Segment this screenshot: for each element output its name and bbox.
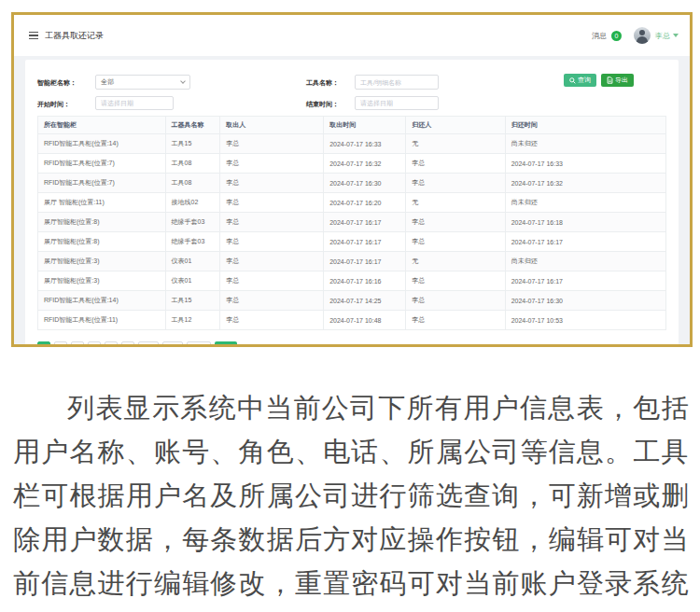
cell-return-time: 尚未归还 [505,134,665,154]
cell-returner: 无 [406,193,505,213]
page-title: 工器具取还记录 [45,30,104,42]
export-button[interactable]: 导出 [601,74,634,87]
cell-taker: 李总 [220,174,324,193]
page-button[interactable]: 1 [37,341,50,347]
cell-cabinet: RFID智能工具柜(位置:11) [38,311,166,330]
cell-cabinet: 展厅智能柜(位置:8) [38,232,166,252]
last-page-button[interactable]: 末页 [138,341,159,347]
table-row[interactable]: RFID智能工具柜(位置:14) 工具15 李总 2024-07-17 16:3… [38,134,666,154]
cell-cabinet: 展厅智能柜(位置:3) [38,271,166,291]
cell-returner: 李总 [406,213,505,232]
page-buttons: 12345... [37,341,134,347]
next-page-button[interactable]: 下页 [162,341,183,347]
cell-returner: 无 [406,252,505,271]
cell-returner: 李总 [406,271,505,291]
cell-tool-name: 仪表01 [165,271,220,291]
cell-tool-name: 工具15 [165,291,220,311]
cell-take-time: 2024-07-17 16:17 [324,252,406,271]
cell-taker: 李总 [220,291,324,311]
cell-tool-name: 绝缘手套03 [165,232,220,252]
cell-return-time: 2024-07-17 16:17 [505,232,665,252]
column-header: 归还时间 [505,117,665,134]
cabinet-select-value: 全部 [101,77,181,87]
cell-take-time: 2024-07-17 16:20 [324,193,406,213]
column-header: 取出时间 [324,117,406,134]
user-name: 李总 [655,31,670,41]
end-date-input[interactable] [360,100,433,106]
column-header: 取出人 [220,117,324,134]
tool-name-label: 工具名称： [306,78,339,88]
chevron-down-icon [180,78,186,84]
cabinet-select[interactable]: 全部 [95,75,190,90]
cell-returner: 李总 [406,232,505,252]
description-paragraph: 列表显示系统中当前公司下所有用户信息表，包括用户名称、账号、角色、电话、所属公司… [13,386,689,612]
tool-name-input[interactable] [360,79,433,86]
avatar[interactable] [634,27,651,44]
cell-tool-name: 工具15 [165,134,220,154]
cell-taker: 李总 [220,252,324,271]
page-button[interactable]: ... [121,341,134,347]
cell-return-time: 2024-07-17 16:30 [505,291,665,311]
pagination: 12345... 末页 下页 跳转 [37,341,666,347]
cell-take-time: 2024-07-17 10:48 [324,311,406,330]
cell-cabinet: RFID智能工具柜(位置:14) [38,134,166,154]
cell-returner: 李总 [406,174,505,193]
cell-return-time: 2024-07-17 16:18 [505,213,665,232]
table-row[interactable]: 展厅智能柜(位置:3) 仪表01 李总 2024-07-17 16:16 李总 … [38,271,666,291]
table-row[interactable]: RFID智能工具柜(位置:11) 工具12 李总 2024-07-17 10:4… [38,311,666,330]
topbar-right: 消息 0 李总 [592,27,679,44]
cell-tool-name: 工具12 [165,311,220,330]
start-date-input[interactable] [101,100,168,106]
cell-cabinet: 展厅智能柜(位置:3) [38,252,166,271]
page-button[interactable]: 2 [54,341,67,347]
cell-take-time: 2024-07-17 16:17 [324,213,406,232]
cell-cabinet: 展厅智能柜(位置:8) [38,213,166,232]
menu-icon[interactable] [29,32,38,40]
content-card: 智能柜名称： 全部 开始时间： 工具名称： 结束时间： [25,60,679,347]
cell-return-time: 尚未归还 [505,252,665,271]
cell-taker: 李总 [220,213,324,232]
page-button[interactable]: 3 [71,341,84,347]
export-file-icon [607,76,613,84]
table-row[interactable]: RFID智能工具柜(位置:7) 工具08 李总 2024-07-17 16:30… [38,174,666,193]
records-table: 所在智能柜工器具名称取出人取出时间归还人归还时间 RFID智能工具柜(位置:14… [37,116,666,330]
cell-return-time: 2024-07-17 16:33 [505,154,665,174]
table-row[interactable]: 展厅智能柜(位置:3) 仪表01 李总 2024-07-17 16:17 无 尚… [38,252,666,271]
column-header: 归还人 [406,117,505,134]
page-button[interactable]: 4 [88,341,101,347]
cell-take-time: 2024-07-17 16:17 [324,232,406,252]
cell-taker: 李总 [220,154,324,174]
cell-taker: 李总 [220,193,324,213]
topbar-left: 工器具取还记录 [29,30,104,42]
cell-returner: 李总 [406,311,505,330]
table-row[interactable]: RFID智能工具柜(位置:14) 工具15 李总 2024-07-17 14:2… [38,291,666,311]
table-row[interactable]: 展厅智能柜(位置:8) 绝缘手套03 李总 2024-07-17 16:17 李… [38,213,666,232]
table-row[interactable]: 展厅 智能柜(位置:11) 接地线02 李总 2024-07-17 16:20 … [38,193,666,213]
table-row[interactable]: 展厅智能柜(位置:8) 绝缘手套03 李总 2024-07-17 16:17 李… [38,232,666,252]
tool-name-field[interactable] [355,75,439,90]
page-button[interactable]: 5 [105,341,118,347]
search-button-label: 查询 [578,76,591,85]
app-body: 智能柜名称： 全部 开始时间： 工具名称： 结束时间： [14,56,690,347]
cell-returner: 无 [406,134,505,154]
table-row[interactable]: RFID智能工具柜(位置:7) 工具08 李总 2024-07-17 16:32… [38,154,666,174]
filter-buttons: 查询 导出 [564,74,634,87]
cell-return-time: 2024-07-17 10:53 [505,311,665,330]
cell-taker: 李总 [220,271,324,291]
cell-cabinet: RFID智能工具柜(位置:7) [38,174,166,193]
jump-button[interactable]: 跳转 [215,341,237,347]
jump-page-input[interactable] [187,341,211,347]
message-count-badge: 0 [611,31,622,41]
start-date-field[interactable] [95,96,174,110]
user-menu[interactable]: 李总 [655,31,679,41]
avatar-head-shape [639,30,645,35]
cell-return-time: 尚未归还 [505,193,665,213]
cell-cabinet: 展厅 智能柜(位置:11) [38,193,166,213]
end-date-field[interactable] [355,96,439,110]
search-button[interactable]: 查询 [564,74,596,87]
cell-taker: 李总 [220,311,324,330]
avatar-body-shape [637,36,648,44]
messages-link[interactable]: 消息 [592,31,607,41]
cell-returner: 李总 [406,291,505,311]
cell-cabinet: RFID智能工具柜(位置:7) [38,154,166,174]
